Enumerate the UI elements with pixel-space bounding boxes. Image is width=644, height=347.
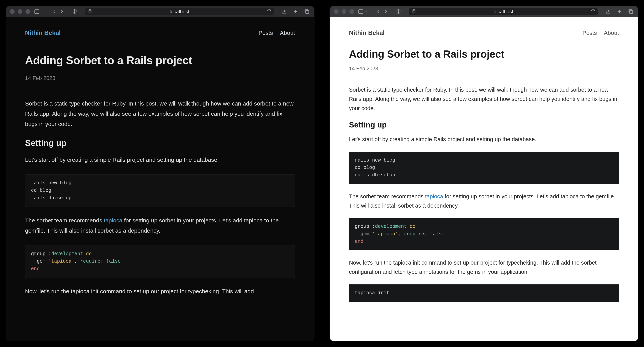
url-text: localhost xyxy=(94,9,265,15)
page-content: Nithin Bekal Posts About Adding Sorbet t… xyxy=(330,17,638,341)
site-nav: Nithin Bekal Posts About xyxy=(349,29,619,36)
traffic-zoom[interactable] xyxy=(26,9,30,14)
url-text: localhost xyxy=(418,9,589,15)
back-icon[interactable] xyxy=(375,8,382,15)
tabs-overview-icon[interactable] xyxy=(304,8,310,15)
tapioca-paragraph: The sorbet team recommends tapioca for s… xyxy=(349,192,619,210)
svg-rect-9 xyxy=(358,10,363,13)
reload-icon[interactable] xyxy=(267,9,271,14)
setup-paragraph: Let's start off by creating a simple Rai… xyxy=(349,135,619,144)
tapioca-link[interactable]: tapioca xyxy=(104,217,122,224)
sidebar-toggle-icon[interactable] xyxy=(34,8,40,15)
svg-rect-8 xyxy=(306,10,309,13)
site-settings-icon[interactable] xyxy=(412,9,416,14)
back-icon[interactable] xyxy=(51,8,58,15)
svg-rect-3 xyxy=(89,10,91,13)
shield-icon[interactable] xyxy=(395,8,402,15)
sidebar-dropdown-icon[interactable] xyxy=(365,10,368,13)
titlebar: localhost xyxy=(6,6,314,17)
forward-icon[interactable] xyxy=(58,8,65,15)
new-tab-icon[interactable] xyxy=(292,8,299,15)
code-block-gemfile: group :development do gem 'tapioca', req… xyxy=(25,245,295,278)
traffic-minimize[interactable] xyxy=(18,9,22,14)
share-icon[interactable] xyxy=(605,8,612,15)
reload-icon[interactable] xyxy=(591,9,595,14)
svg-rect-17 xyxy=(630,10,633,13)
heading-setting-up: Setting up xyxy=(349,121,619,129)
address-bar[interactable]: localhost xyxy=(409,8,598,15)
brand-link[interactable]: Nithin Bekal xyxy=(349,29,385,36)
post-date: 14 Feb 2023 xyxy=(349,66,619,72)
site-nav: Nithin Bekal Posts About xyxy=(25,29,295,36)
svg-rect-12 xyxy=(413,10,415,13)
nav-about[interactable]: About xyxy=(604,30,619,36)
code-block-rails-new: rails new blog cd blog rails db:setup xyxy=(349,152,619,184)
site-settings-icon[interactable] xyxy=(88,9,92,14)
init-paragraph: Now, let's run the tapioca init command … xyxy=(25,286,295,297)
tapioca-paragraph: The sorbet team recommends tapioca for s… xyxy=(25,216,295,236)
nav-posts[interactable]: Posts xyxy=(258,30,273,36)
tabs-overview-icon[interactable] xyxy=(628,8,634,15)
init-paragraph: Now, let's run the tapioca init command … xyxy=(349,258,619,277)
post-title: Adding Sorbet to a Rails project xyxy=(349,48,619,60)
post-date: 14 Feb 2023 xyxy=(25,75,295,81)
share-icon[interactable] xyxy=(281,8,288,15)
sidebar-toggle-icon[interactable] xyxy=(358,8,364,15)
traffic-close[interactable] xyxy=(334,9,338,14)
code-block-rails-new: rails new blog cd blog rails db:setup xyxy=(25,174,295,207)
intro-paragraph: Sorbet is a static type checker for Ruby… xyxy=(349,85,619,113)
heading-setting-up: Setting up xyxy=(25,138,295,148)
shield-icon[interactable] xyxy=(71,8,78,15)
new-tab-icon[interactable] xyxy=(616,8,623,15)
titlebar: localhost xyxy=(330,6,638,17)
post-title: Adding Sorbet to a Rails project xyxy=(25,54,295,67)
intro-paragraph: Sorbet is a static type checker for Ruby… xyxy=(25,99,295,129)
sidebar-dropdown-icon[interactable] xyxy=(41,10,44,13)
traffic-close[interactable] xyxy=(10,9,15,14)
browser-window-light: localhost Nithin Bekal Posts About xyxy=(330,6,638,341)
nav-about[interactable]: About xyxy=(280,30,295,36)
traffic-zoom[interactable] xyxy=(349,9,354,14)
traffic-lights xyxy=(10,9,30,14)
nav-posts[interactable]: Posts xyxy=(582,30,597,36)
forward-icon[interactable] xyxy=(382,8,389,15)
code-block-tapioca-init: tapioca init xyxy=(349,284,619,302)
svg-rect-0 xyxy=(35,10,39,13)
address-bar[interactable]: localhost xyxy=(85,8,274,15)
code-block-gemfile: group :development do gem 'tapioca', req… xyxy=(349,218,619,250)
tapioca-link[interactable]: tapioca xyxy=(425,193,443,200)
setup-paragraph: Let's start off by creating a simple Rai… xyxy=(25,155,295,165)
browser-window-dark: localhost Nithin Bekal Posts About xyxy=(6,6,314,341)
brand-link[interactable]: Nithin Bekal xyxy=(25,29,61,36)
traffic-minimize[interactable] xyxy=(342,9,346,14)
page-content: Nithin Bekal Posts About Adding Sorbet t… xyxy=(6,17,314,341)
traffic-lights xyxy=(334,9,354,14)
